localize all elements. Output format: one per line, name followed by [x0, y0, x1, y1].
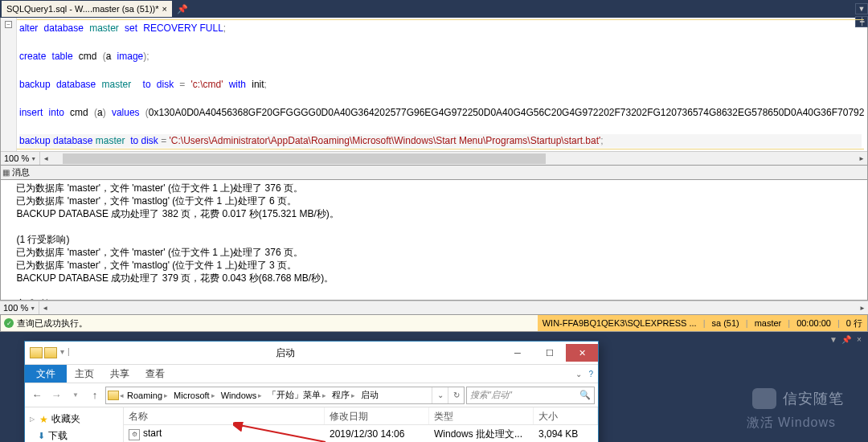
scroll-right-icon[interactable]: ►	[856, 153, 867, 165]
file-name: start	[143, 428, 162, 439]
zoom-control[interactable]: 100 %▼	[1, 152, 40, 165]
list-item[interactable]: ⚙start 2019/12/30 14:06 Windows 批处理文... …	[124, 425, 598, 442]
activate-windows: 激活 Windows	[747, 415, 836, 432]
column-headers: 名称 修改日期 类型 大小	[124, 407, 598, 425]
search-icon[interactable]: 🔍	[579, 390, 591, 400]
download-icon: ⬇	[38, 431, 45, 441]
scroll-left-icon[interactable]: ◄	[40, 153, 51, 165]
star-icon: ★	[39, 414, 48, 425]
col-date[interactable]: 修改日期	[325, 407, 429, 424]
status-bar: ✓ 查询已成功执行。 WIN-FFA9BQ1QEK3\SQLEXPRESS ..…	[0, 314, 868, 332]
scroll-track[interactable]	[51, 153, 856, 165]
status-user: sa (51)	[712, 318, 739, 328]
scroll-right-icon[interactable]: ►	[857, 302, 868, 314]
explorer-titlebar[interactable]: ▾ | 启动 ─ ☐ ✕	[25, 342, 598, 364]
dropdown-icon[interactable]: ▼	[855, 3, 868, 14]
code-gutter: −	[1, 18, 17, 151]
search-input[interactable]: 搜索"启动" 🔍	[466, 387, 595, 404]
ribbon-share[interactable]: 共享	[102, 365, 137, 383]
messages-hscroll: 100 %▼ ◄ ►	[0, 301, 868, 314]
fold-icon[interactable]: −	[5, 21, 12, 28]
maximize-button[interactable]: ☐	[534, 344, 566, 362]
status-time: 00:00:00	[796, 318, 831, 328]
ssms-tab-bar: SQLQuery1.sql - W....master (sa (51))* ×…	[0, 0, 868, 18]
code-text[interactable]: alter database master set RECOVERY FULL;…	[17, 19, 864, 149]
sql-editor: − alter database master set RECOVERY FUL…	[0, 18, 868, 166]
zoom-control-2[interactable]: 100 %▼	[0, 301, 39, 314]
sidebar-downloads[interactable]: ⬇下载	[27, 428, 121, 442]
file-list: 名称 修改日期 类型 大小 ⚙start 2019/12/30 14:06 Wi…	[124, 407, 598, 442]
query-tab[interactable]: SQLQuery1.sql - W....master (sa (51))* ×	[2, 1, 172, 17]
watermark: 信安随笔	[752, 388, 844, 409]
help-icon[interactable]: ?	[588, 370, 593, 379]
messages-icon: ▦	[2, 168, 10, 177]
scroll-left-icon[interactable]: ◄	[39, 302, 51, 314]
refresh-icon[interactable]: ↻	[448, 387, 464, 403]
pin-icon[interactable]: 📌	[841, 334, 852, 345]
ribbon: 文件 主页 共享 查看 ⌄?	[25, 364, 598, 383]
close-icon[interactable]: ×	[162, 4, 167, 14]
success-icon: ✓	[4, 318, 14, 328]
window-title: 启动	[70, 346, 502, 360]
folder-icon[interactable]	[44, 347, 57, 358]
search-placeholder: 搜索"启动"	[470, 389, 512, 401]
editor-hscroll: 100 %▼ ◄ ►	[1, 151, 867, 165]
col-type[interactable]: 类型	[429, 407, 534, 424]
address-bar[interactable]: ◂ Roaming▸ Microsoft▸ Windows▸ 「开始」菜单▸ 程…	[105, 387, 465, 404]
messages-tab[interactable]: ▦ 消息	[0, 166, 868, 180]
address-dropdown-icon[interactable]: ⌄	[432, 387, 448, 403]
file-date: 2019/12/30 14:06	[325, 426, 429, 442]
scroll-track[interactable]	[51, 302, 857, 314]
dropdown-icon[interactable]: ▼	[828, 334, 839, 345]
close-button[interactable]: ✕	[566, 344, 598, 362]
minimize-button[interactable]: ─	[502, 344, 534, 362]
messages-output[interactable]: 已为数据库 'master'，文件 'master' (位于文件 1 上)处理了…	[0, 180, 868, 301]
batch-file-icon: ⚙	[129, 429, 140, 440]
ribbon-home[interactable]: 主页	[67, 365, 102, 383]
folder-icon	[30, 347, 43, 358]
scroll-thumb[interactable]	[63, 153, 546, 164]
nav-pane: ▷★收藏夹 ⬇下载 桌面	[25, 407, 124, 442]
tab-title: SQLQuery1.sql - W....master (sa (51))*	[6, 4, 159, 14]
svg-line-0	[240, 425, 326, 442]
ribbon-view[interactable]: 查看	[137, 365, 173, 383]
status-rows: 0 行	[846, 317, 862, 329]
back-button[interactable]: ←	[28, 387, 46, 404]
annotation-arrow	[233, 422, 330, 442]
file-size: 3,094 KB	[534, 426, 598, 442]
nav-bar: ← → ▼ ↑ ◂ Roaming▸ Microsoft▸ Windows▸ 「…	[25, 383, 598, 407]
ribbon-file[interactable]: 文件	[25, 365, 67, 383]
expand-ribbon-icon[interactable]: ⌄	[575, 370, 582, 379]
sidebar-favorites[interactable]: ▷★收藏夹	[27, 411, 121, 428]
status-message: 查询已成功执行。	[17, 317, 88, 329]
up-button[interactable]: ↑	[86, 387, 104, 404]
recent-dropdown[interactable]: ▼	[67, 387, 84, 404]
status-db: master	[755, 318, 782, 328]
status-server: WIN-FFA9BQ1QEK3\SQLEXPRESS ...	[542, 318, 697, 328]
file-type: Windows 批处理文...	[429, 425, 534, 443]
pin-icon[interactable]: 📌	[177, 4, 188, 14]
close-icon[interactable]: ×	[854, 334, 865, 345]
wechat-icon	[752, 388, 776, 409]
forward-button[interactable]: →	[47, 387, 65, 404]
col-size[interactable]: 大小	[534, 407, 598, 424]
